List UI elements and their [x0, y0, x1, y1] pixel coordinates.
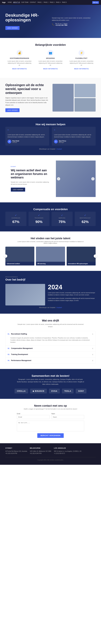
- accordion-header-3[interactable]: 04. Performance Management ∨: [6, 358, 96, 364]
- talent-carousel-prev[interactable]: ‹: [4, 254, 7, 258]
- feature-text-1: Lorem ipsum dolor sit amet, consectetur …: [38, 60, 63, 66]
- help-section: Hoe wij mensen helpen " Lorem ipsum dolo…: [0, 118, 101, 155]
- message-textarea[interactable]: [17, 421, 84, 432]
- hero-right: Sample large text. Lorem ipsum dolor sit…: [49, 17, 96, 26]
- feature-title-0: KOSTENBESPARINGEN: [7, 58, 32, 59]
- nav-link-contact[interactable]: CONTACT: [30, 2, 36, 3]
- accordion-label-3: Performance Management: [11, 360, 92, 362]
- feature-text-0: Lorem ipsum dolor sit amet, consectetur …: [7, 60, 32, 66]
- form-row-1: Email Naam: [17, 413, 84, 419]
- testimonial-author-0: P Paul Smit Director: [8, 140, 47, 144]
- talent-carousel-next[interactable]: ›: [94, 254, 97, 258]
- author-title-1: Manager: [59, 142, 66, 143]
- footer-col-1: Melbourne 145 Collins St, Melbourne VIC …: [30, 447, 51, 454]
- forums-tag: EVENT: [11, 166, 50, 167]
- hero-section: Deskundige HR-oplossingen LEES VERDER Sa…: [0, 5, 101, 38]
- testimonial-author-1: S Sam Perry Manager: [54, 140, 94, 144]
- about-text-2: Lorem ipsum dolor sit amet, consectetur …: [48, 298, 96, 302]
- unsplash-link[interactable]: Unsplash: [56, 148, 62, 150]
- stat-value-1: 90%: [30, 220, 48, 224]
- feature-card-0: 💰 KOSTENBESPARINGEN Lorem ipsum dolor si…: [6, 47, 34, 72]
- carousel-prev-button[interactable]: ‹: [57, 177, 60, 180]
- name-label: Naam: [52, 413, 84, 414]
- about-section: GESCHIEDENIS Over het bedrijf 2024 Lorem…: [0, 271, 101, 314]
- solutions-section: Oplossingen uit de echte wereld, speciaa…: [0, 78, 101, 118]
- nav-link-page-5[interactable]: PAGE 5: [62, 2, 67, 3]
- accordion-item-3: 04. Performance Management ∨: [6, 358, 96, 364]
- nav-links: HOMEABOUT USOUR TEAMCONTACTPAGE 1PAGE 2P…: [8, 2, 92, 3]
- partners-logos: CROLLA◆ BINANCEEVGATESLASONY: [6, 388, 96, 394]
- nav-link-page-4[interactable]: PAGE 4: [56, 2, 60, 3]
- accordion-label-0: Recruitment Staffing: [11, 333, 92, 335]
- partner-logo-0: CROLLA: [14, 388, 28, 394]
- accordion-header-2[interactable]: 03. Training Development ∨: [6, 352, 96, 358]
- accordion-chevron-0: ∧: [92, 333, 93, 335]
- about-content: 2024 Lorem ipsum dolor sit amet, consect…: [6, 284, 96, 306]
- partners-title: Samenwerken met de besten!: [6, 374, 96, 378]
- talent-card-label-1: HR-werving: [36, 262, 65, 266]
- feature-link-0[interactable]: MEER INFORMATIE: [12, 68, 27, 70]
- forums-cta[interactable]: LEES VERDER: [11, 188, 25, 192]
- accordion-item-2: 03. Training Development ∨: [6, 352, 96, 358]
- unsplash-about-link[interactable]: Unsplash: [56, 307, 62, 308]
- quote-icon-1: ": [54, 129, 94, 133]
- footer-city-0: Sydney: [6, 447, 27, 449]
- about-right: 2024 Lorem ipsum dolor sit amet, consect…: [48, 284, 96, 306]
- feature-icon-1: 👥: [48, 50, 54, 56]
- accordion-item-0: 01. Recruitment Staffing ∧ Conduit et ma…: [6, 331, 96, 346]
- name-input[interactable]: [52, 415, 84, 419]
- feature-link-1[interactable]: MEER INFORMATIE: [43, 68, 58, 70]
- nav-link-page-2[interactable]: PAGE 2: [44, 2, 48, 3]
- accordion-chevron-3: ∨: [92, 360, 93, 362]
- stat-label-3: Mentorschap: [76, 217, 94, 219]
- accordion-header-1[interactable]: 02. Compensation Management ∨: [6, 346, 96, 351]
- navbar: logo HOMEABOUT USOUR TEAMCONTACTPAGE 1PA…: [0, 0, 101, 5]
- nav-logo[interactable]: logo: [2, 2, 6, 3]
- talent-subtitle: Lorem ipsum dolor sit amet, consectetur …: [17, 241, 84, 244]
- partners-top: Paragraph. Lorem ipsum dolor sit amet, c…: [6, 378, 96, 386]
- author-name-0: Paul Smit: [12, 140, 19, 142]
- accordion-header-0[interactable]: 01. Recruitment Staffing ∧: [6, 331, 96, 337]
- nav-link-page-3[interactable]: PAGE 3: [50, 2, 54, 3]
- stat-value-2: 75%: [53, 220, 71, 224]
- feature-icon-0: 💰: [16, 50, 22, 56]
- footer-address-2: 306 St James Ln, Los Angeles, CA 90011, …: [54, 450, 81, 454]
- help-title: Hoe wij mensen helpen: [6, 123, 96, 126]
- accordion-chevron-2: ∨: [92, 353, 93, 356]
- solutions-cta[interactable]: LEES VERDER: [6, 108, 20, 112]
- feature-card-2: ⚡ FLEXIBILITEIT Lorem ipsum dolor sit am…: [67, 47, 96, 72]
- testimonials-container: " Lorem ipsum dolor sit amet, consectetu…: [6, 127, 96, 146]
- feature-title-2: FLEXIBILITEIT: [69, 58, 94, 59]
- contact-form: Email Naam BERICHT VERZENDEN: [17, 413, 84, 438]
- nav-link-home[interactable]: HOME: [8, 2, 12, 3]
- email-input[interactable]: [17, 415, 50, 419]
- carousel-next-button[interactable]: ›: [91, 177, 94, 180]
- nav-link-about-us[interactable]: ABOUT US: [13, 2, 20, 3]
- stat-item-1: ✓ Trainingen 90%: [28, 212, 50, 226]
- nav-link-page-1[interactable]: PAGE 1: [38, 2, 42, 3]
- accordion-num-1: 02.: [8, 348, 10, 349]
- help-footer: Afbeeldingen van Unsplash Unsplash: [6, 148, 96, 150]
- hero-phone: 📞 Bel 24 uur / 7 dagen +31 612 345 7890: [52, 23, 96, 26]
- hero-cta-button[interactable]: LEES VERDER: [6, 26, 20, 30]
- partner-logo-1: ◆ BINANCE: [30, 388, 47, 394]
- contact-section: Neem contact met ons op Heeft u vragen o…: [0, 399, 101, 443]
- talent-section: Het vinden van het juiste talent Lorem i…: [0, 232, 101, 271]
- footer-city-1: Melbourne: [30, 447, 51, 449]
- nav-link-our-team[interactable]: OUR TEAM: [21, 2, 28, 3]
- form-row-2: [17, 421, 84, 432]
- footer-col-2: Los Angeles 306 St James Ln, Los Angeles…: [54, 447, 81, 454]
- drives-intro: Sample text. Lorem ipsum dolor sit amet,…: [17, 323, 84, 328]
- accordion-body-0: Conduit et magnis dis parturient montes.…: [6, 337, 96, 345]
- feature-icon-2: ⚡: [78, 50, 84, 56]
- feature-link-2[interactable]: MEER INFORMATIE: [74, 68, 89, 70]
- contact-subtitle: Heeft u vragen of opmerkingen? Vul het f…: [6, 408, 96, 410]
- accordion-label-2: Training Development: [11, 354, 92, 355]
- forums-text: EVENT Wij nemen actief deel aan en organ…: [6, 160, 56, 197]
- stat-label-0: Voordelen: [7, 217, 25, 219]
- compensation-title: Compensatie en voordelen: [6, 208, 96, 211]
- submit-button[interactable]: BERICHT VERZENDEN: [37, 433, 64, 438]
- talent-card-label-0: Uitvoerend zoeken: [6, 262, 34, 266]
- nav-cta-button[interactable]: Bel ons: [92, 1, 99, 4]
- drives-title: Wat ons drijft: [6, 319, 96, 322]
